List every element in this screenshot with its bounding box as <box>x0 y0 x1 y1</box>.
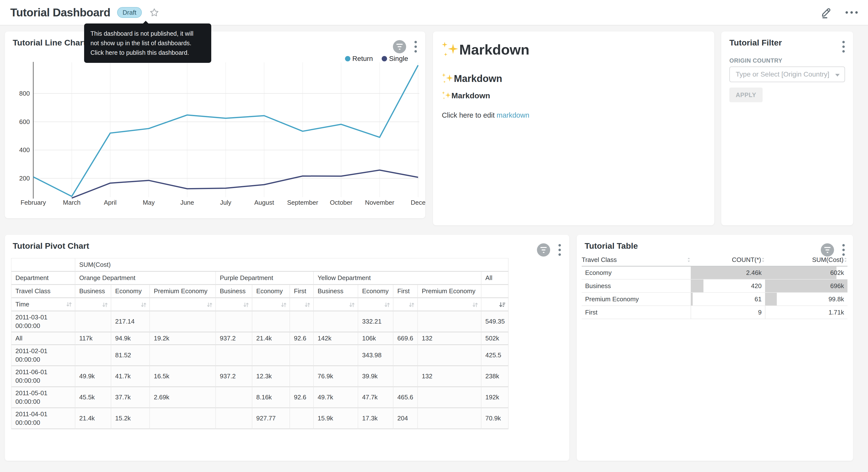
pivot-cell <box>216 408 252 429</box>
x-tick-label: November <box>365 199 394 206</box>
pivot-cell <box>216 387 252 408</box>
pivot-row: 2011-03-01 00:00:00217.14332.21549.35 <box>11 311 508 332</box>
y-tick-label: 200 <box>19 175 30 182</box>
x-tick-label: April <box>104 199 117 206</box>
pivot-cell: 70.9k <box>482 408 508 429</box>
sort-caret-icon[interactable] <box>687 257 691 263</box>
kebab-menu-icon[interactable] <box>557 243 562 257</box>
travel-class-cell: First <box>582 306 691 319</box>
x-tick-label: July <box>220 199 231 206</box>
more-menu-icon[interactable] <box>845 11 858 14</box>
x-tick-label: Dece <box>411 199 425 206</box>
pivot-class-label: Travel Class <box>11 285 75 298</box>
pivot-cell <box>418 408 482 429</box>
markdown-panel[interactable]: Markdown Markdown Markdown Click here to… <box>433 32 714 225</box>
sort-caret-icon[interactable] <box>843 257 847 263</box>
sort-icon[interactable] <box>472 301 478 308</box>
sort-icon[interactable] <box>408 301 415 308</box>
pivot-row-label: 2011-05-01 00:00:00 <box>11 387 75 408</box>
table-row: First91.71k <box>582 306 847 319</box>
pivot-cell <box>290 366 314 387</box>
pivot-row-label: 2011-06-01 00:00:00 <box>11 366 75 387</box>
pivot-cell: 132 <box>418 366 482 387</box>
pivot-cell: 117k <box>75 332 111 345</box>
sort-icon[interactable] <box>384 301 391 308</box>
sort-icon[interactable] <box>141 301 147 308</box>
pivot-col-header: Premium Economy <box>418 285 482 298</box>
pivot-cell: 927.77 <box>252 408 290 429</box>
sort-icon[interactable] <box>102 301 108 308</box>
count-cell: 9 <box>691 306 765 319</box>
pivot-cell: 132 <box>418 332 482 345</box>
pivot-cell: 49.9k <box>75 366 111 387</box>
edit-dashboard-icon[interactable] <box>820 6 833 19</box>
sparkles-icon <box>442 73 453 83</box>
pivot-cell <box>252 311 290 332</box>
filter-indicator-icon[interactable] <box>537 243 550 257</box>
pivot-cell <box>252 345 290 366</box>
pivot-row-label: 2011-02-01 00:00:00 <box>11 345 75 366</box>
filter-field-label: ORIGIN COUNTRY <box>730 57 782 64</box>
page-title: Tutorial Dashboard <box>10 6 110 19</box>
dashboard-header: Tutorial Dashboard Draft <box>0 0 868 25</box>
travel-class-cell: Business <box>582 279 691 293</box>
pivot-cell <box>418 311 482 332</box>
pivot-cell: 549.35 <box>482 311 508 332</box>
sort-icon[interactable] <box>206 301 213 308</box>
pivot-cell <box>314 345 358 366</box>
pivot-row: 2011-05-01 00:00:0045.5k37.7k2.69k8.16k9… <box>11 387 508 408</box>
pivot-col-header: First <box>394 285 418 298</box>
pivot-cell: 15.9k <box>314 408 358 429</box>
pivot-cell: 106k <box>358 332 394 345</box>
publish-tooltip: This dashboard is not published, it will… <box>84 24 211 63</box>
pivot-dept-label: Department <box>11 272 75 285</box>
column-header-sum[interactable]: SUM(Cost) <box>765 254 847 266</box>
travel-class-cell: Economy <box>582 266 691 279</box>
pivot-sort-row: Time <box>11 298 508 311</box>
sort-icon[interactable] <box>280 301 287 308</box>
sort-icon[interactable] <box>304 301 311 308</box>
pivot-cell: 17.3k <box>358 408 394 429</box>
origin-country-select[interactable]: Type or Select [Origin Country] <box>730 66 845 82</box>
pivot-col-group: Purple Department <box>216 272 314 285</box>
kebab-menu-icon[interactable] <box>841 40 846 54</box>
x-tick-label: February <box>21 199 46 206</box>
pivot-cell: 41.7k <box>111 366 150 387</box>
pivot-cell <box>418 387 482 408</box>
x-tick-label: September <box>287 199 318 206</box>
pivot-cell: 937.2 <box>216 366 252 387</box>
count-cell: 2.46k <box>691 266 765 279</box>
column-header-travel-class[interactable]: Travel Class <box>582 254 691 266</box>
pivot-cell <box>314 311 358 332</box>
pivot-col-header: Economy <box>111 285 150 298</box>
x-tick-label: March <box>63 199 81 206</box>
pivot-cell <box>394 366 418 387</box>
markdown-paragraph: Click here to edit markdown <box>442 111 529 119</box>
pivot-cell: 92.6 <box>290 387 314 408</box>
edit-markdown-link[interactable]: markdown <box>497 111 529 119</box>
sort-desc-icon[interactable] <box>499 301 506 308</box>
travel-class-cell: Premium Economy <box>582 293 691 306</box>
pivot-cell: 81.52 <box>111 345 150 366</box>
pivot-col-header: Business <box>75 285 111 298</box>
sort-caret-icon[interactable] <box>761 257 765 263</box>
pivot-cell <box>216 311 252 332</box>
status-badge[interactable]: Draft <box>117 7 142 18</box>
pivot-cell: 332.21 <box>358 311 394 332</box>
pivot-cell: 21.4k <box>75 408 111 429</box>
sort-icon[interactable] <box>243 301 249 308</box>
sum-cell: 99.8k <box>765 293 847 306</box>
sort-icon[interactable] <box>66 301 72 308</box>
pivot-col-header: Premium Economy <box>150 285 216 298</box>
markdown-h2: Markdown <box>442 73 502 84</box>
header-actions <box>820 6 858 19</box>
panel-actions <box>537 243 562 257</box>
column-header-count[interactable]: COUNT(*) <box>691 254 765 266</box>
line-chart-panel: Tutorial Line Chart ReturnSingle 2004006… <box>5 32 425 218</box>
favorite-star-icon[interactable] <box>149 7 159 18</box>
apply-button[interactable]: APPLY <box>730 88 763 102</box>
panel-actions <box>841 40 846 54</box>
pivot-col-header: Economy <box>252 285 290 298</box>
pivot-cell: 217.14 <box>111 311 150 332</box>
sort-icon[interactable] <box>349 301 355 308</box>
